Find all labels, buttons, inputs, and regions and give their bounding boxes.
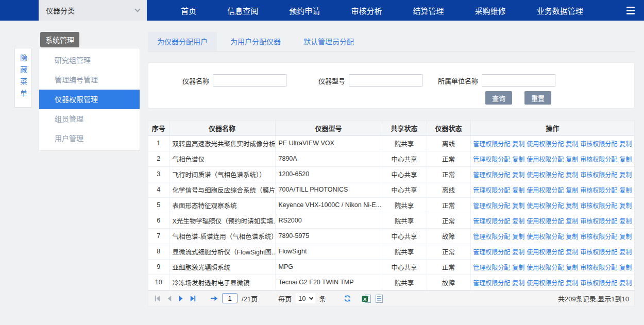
copy-audit-permission-link[interactable]: 复制 <box>619 280 632 287</box>
copy-manage-permission-link[interactable]: 复制 <box>512 280 524 287</box>
use-permission-assign-link[interactable]: 使用权限分配 <box>527 249 564 256</box>
copy-use-permission-link[interactable]: 复制 <box>566 233 578 241</box>
use-permission-assign-link[interactable]: 使用权限分配 <box>527 187 564 194</box>
nav-settlement[interactable]: 结算管理 <box>413 5 444 16</box>
topbar-left-spacer <box>0 0 39 21</box>
last-page-icon[interactable] <box>189 295 197 302</box>
export-excel-icon[interactable]: X <box>362 295 371 302</box>
use-permission-assign-link[interactable]: 使用权限分配 <box>527 202 564 210</box>
audit-permission-assign-link[interactable]: 审核权限分配 <box>580 187 617 194</box>
search-buttons: 查询 重置 <box>485 91 551 105</box>
copy-use-permission-link[interactable]: 复制 <box>566 280 578 287</box>
nav-purchase-maintenance[interactable]: 采购维修 <box>475 5 506 16</box>
nav-audit-analysis[interactable]: 审核分析 <box>351 5 382 16</box>
reset-button[interactable]: 重置 <box>524 91 551 105</box>
use-permission-assign-link[interactable]: 使用权限分配 <box>527 156 564 163</box>
copy-audit-permission-link[interactable]: 复制 <box>619 141 632 148</box>
copy-audit-permission-link[interactable]: 复制 <box>619 264 632 271</box>
manage-permission-assign-link[interactable]: 管理权限分配 <box>473 233 510 241</box>
copy-manage-permission-link[interactable]: 复制 <box>512 202 524 210</box>
manage-permission-assign-link[interactable]: 管理权限分配 <box>473 218 510 225</box>
copy-audit-permission-link[interactable]: 复制 <box>619 202 632 210</box>
tab-assign-instrument-to-user[interactable]: 为用户分配仪器 <box>221 32 290 51</box>
first-page-icon[interactable] <box>154 295 161 302</box>
copy-use-permission-link[interactable]: 复制 <box>566 264 578 271</box>
use-permission-assign-link[interactable]: 使用权限分配 <box>527 264 564 271</box>
copy-audit-permission-link[interactable]: 复制 <box>619 187 632 194</box>
svg-text:X: X <box>363 296 367 301</box>
page-number-input[interactable] <box>222 293 238 303</box>
copy-manage-permission-link[interactable]: 复制 <box>512 233 524 241</box>
use-permission-assign-link[interactable]: 使用权限分配 <box>527 233 564 241</box>
copy-manage-permission-link[interactable]: 复制 <box>512 187 524 194</box>
audit-permission-assign-link[interactable]: 审核权限分配 <box>580 172 617 179</box>
audit-permission-assign-link[interactable]: 审核权限分配 <box>580 141 617 148</box>
query-button[interactable]: 查询 <box>485 91 512 105</box>
use-permission-assign-link[interactable]: 使用权限分配 <box>527 141 564 148</box>
audit-permission-assign-link[interactable]: 审核权限分配 <box>580 280 617 287</box>
sidebar-item-research-group[interactable]: 研究组管理 <box>39 50 140 70</box>
audit-permission-assign-link[interactable]: 审核权限分配 <box>580 233 617 241</box>
sidebar-item-manage-number[interactable]: 管理编号管理 <box>39 70 140 90</box>
audit-permission-assign-link[interactable]: 审核权限分配 <box>580 218 617 225</box>
manage-permission-assign-link[interactable]: 管理权限分配 <box>473 172 510 179</box>
manage-permission-assign-link[interactable]: 管理权限分配 <box>473 187 510 194</box>
hamburger-menu-icon[interactable] <box>617 0 644 21</box>
copy-audit-permission-link[interactable]: 复制 <box>619 156 632 163</box>
copy-manage-permission-link[interactable]: 复制 <box>512 249 524 256</box>
nav-info-review[interactable]: 信息查阅 <box>227 5 258 16</box>
manage-permission-assign-link[interactable]: 管理权限分配 <box>473 264 510 271</box>
nav-business-data[interactable]: 业务数据管理 <box>537 5 583 16</box>
main-content: 为仪器分配用户 为用户分配仪器 默认管理员分配 仪器名称 仪器型号 所属单位名称… <box>148 32 635 306</box>
copy-manage-permission-link[interactable]: 复制 <box>512 264 524 271</box>
nav-home[interactable]: 首页 <box>181 5 196 16</box>
copy-manage-permission-link[interactable]: 复制 <box>512 141 524 148</box>
copy-audit-permission-link[interactable]: 复制 <box>619 218 632 225</box>
per-page-select[interactable]: 10 <box>296 293 315 303</box>
copy-audit-permission-link[interactable]: 复制 <box>619 249 632 256</box>
manage-permission-assign-link[interactable]: 管理权限分配 <box>473 156 510 163</box>
header-instrument-model: 仪器型号 <box>275 121 382 135</box>
copy-audit-permission-link[interactable]: 复制 <box>619 233 632 241</box>
unit-name-input[interactable] <box>482 74 555 87</box>
tab-default-admin-assign[interactable]: 默认管理员分配 <box>294 32 363 51</box>
tab-assign-user-to-instrument[interactable]: 为仪器分配用户 <box>148 32 217 51</box>
use-permission-assign-link[interactable]: 使用权限分配 <box>527 218 564 225</box>
sidebar-item-group-member[interactable]: 组员管理 <box>39 109 140 129</box>
manage-permission-assign-link[interactable]: 管理权限分配 <box>473 280 510 287</box>
nav-reservation[interactable]: 预约申请 <box>289 5 320 16</box>
next-page-icon[interactable] <box>177 295 185 302</box>
instrument-name-input[interactable] <box>213 74 286 87</box>
instrument-category-dropdown[interactable]: 仪器分类 <box>39 0 147 21</box>
manage-permission-assign-link[interactable]: 管理权限分配 <box>473 249 510 256</box>
table-row: 8 显微流式细胞分析仪（FlowSight图... FlowSight 院共享 … <box>148 244 634 259</box>
copy-use-permission-link[interactable]: 复制 <box>566 172 578 179</box>
copy-manage-permission-link[interactable]: 复制 <box>512 156 524 163</box>
audit-permission-assign-link[interactable]: 审核权限分配 <box>580 202 617 210</box>
copy-use-permission-link[interactable]: 复制 <box>566 218 578 225</box>
copy-audit-permission-link[interactable]: 复制 <box>619 172 632 179</box>
row-actions-cell: 管理权限分配复制使用权限分配复制审核权限分配复制 <box>470 151 634 166</box>
refresh-icon[interactable] <box>344 295 351 302</box>
manage-permission-assign-link[interactable]: 管理权限分配 <box>473 202 510 210</box>
previous-page-icon[interactable] <box>165 295 173 302</box>
copy-use-permission-link[interactable]: 复制 <box>566 202 578 210</box>
manage-permission-assign-link[interactable]: 管理权限分配 <box>473 141 510 148</box>
use-permission-assign-link[interactable]: 使用权限分配 <box>527 280 564 287</box>
audit-permission-assign-link[interactable]: 审核权限分配 <box>580 249 617 256</box>
sidebar-item-user-management[interactable]: 用户管理 <box>39 129 140 148</box>
instrument-model-input[interactable] <box>349 74 422 87</box>
audit-permission-assign-link[interactable]: 审核权限分配 <box>580 264 617 271</box>
go-to-page-icon[interactable] <box>210 295 218 302</box>
use-permission-assign-link[interactable]: 使用权限分配 <box>527 172 564 179</box>
sidebar-item-instrument-permission[interactable]: 仪器权限管理 <box>39 90 140 109</box>
export-document-icon[interactable] <box>376 295 383 302</box>
copy-use-permission-link[interactable]: 复制 <box>566 187 578 194</box>
audit-permission-assign-link[interactable]: 审核权限分配 <box>580 156 617 163</box>
copy-manage-permission-link[interactable]: 复制 <box>512 172 524 179</box>
copy-use-permission-link[interactable]: 复制 <box>566 141 578 148</box>
hide-menu-tab[interactable]: 隐藏菜单 <box>14 48 32 108</box>
copy-use-permission-link[interactable]: 复制 <box>566 156 578 163</box>
copy-manage-permission-link[interactable]: 复制 <box>512 218 524 225</box>
copy-use-permission-link[interactable]: 复制 <box>566 249 578 256</box>
